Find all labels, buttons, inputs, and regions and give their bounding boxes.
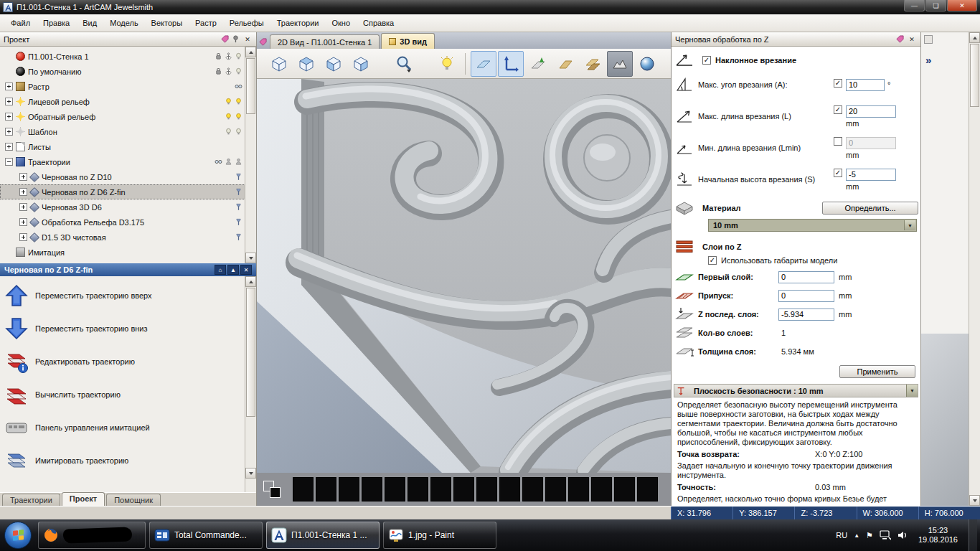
expand-icon[interactable] [5, 98, 13, 105]
material-ball-button[interactable] [634, 51, 660, 77]
edit-toolpath-button[interactable]: Редактировать траекторию [3, 345, 244, 378]
frame-thumbnail[interactable] [568, 477, 589, 501]
tree-row[interactable]: Растр [0, 79, 245, 94]
expand-icon[interactable] [19, 203, 27, 211]
tree-scrollbar[interactable] [245, 47, 256, 263]
actions-scrollbar[interactable] [245, 276, 256, 492]
pin-icon[interactable] [232, 35, 240, 43]
last-z-input[interactable] [778, 309, 834, 321]
apply-button[interactable]: Применить [839, 365, 915, 378]
define-material-button[interactable]: Определить... [822, 202, 918, 215]
tree-row[interactable]: Черновая по Z D10 [0, 169, 245, 184]
menu-help[interactable]: Справка [357, 16, 400, 30]
collapse-icon[interactable] [5, 158, 13, 166]
show-desktop-button[interactable] [969, 519, 977, 551]
zoom-tool-button[interactable] [391, 51, 417, 77]
glasses-icon[interactable] [215, 158, 222, 166]
bulb-icon[interactable] [235, 98, 242, 105]
bulb-icon[interactable] [225, 113, 232, 121]
frame-thumbnail[interactable] [316, 477, 336, 501]
frame-thumbnail[interactable] [591, 477, 612, 501]
expand-icon[interactable] [19, 173, 27, 181]
first-slice-input[interactable] [778, 271, 834, 283]
scroll-thumb[interactable] [246, 288, 255, 417]
toolpath-close-button[interactable]: ✕ [240, 265, 252, 275]
frame-thumbnail[interactable] [614, 477, 635, 501]
draw-origin-button[interactable] [498, 51, 524, 77]
toggle-zero-plane-button[interactable] [525, 51, 551, 77]
bulb-icon[interactable] [235, 128, 242, 136]
tab-2d-view[interactable]: 2D Вид - П1.001-Стенка 1 [270, 34, 380, 49]
scroll-down-icon[interactable] [969, 495, 980, 506]
max-length-input[interactable] [846, 105, 896, 118]
firefox-taskbar-button[interactable] [38, 522, 146, 549]
tree-item-label[interactable]: Лицевой рельеф [28, 98, 90, 106]
move-toolpath-up-button[interactable]: Переместить траекторию вверх [3, 279, 244, 312]
iso-view-button[interactable] [266, 51, 292, 77]
menu-file[interactable]: Файл [4, 16, 37, 30]
language-indicator[interactable]: RU [836, 531, 847, 540]
start-button[interactable] [4, 522, 32, 549]
dropdown-arrow-icon[interactable]: ▼ [904, 220, 915, 230]
tab-project[interactable]: Проект [62, 492, 105, 506]
menu-window[interactable]: Окно [326, 16, 357, 30]
tree-item-label[interactable]: Имитация [28, 248, 65, 257]
calculate-toolpath-button[interactable]: Вычислить траекторию [3, 378, 244, 411]
tree-item-label[interactable]: Траектории [28, 158, 70, 166]
menu-toolpaths[interactable]: Траектории [270, 16, 326, 30]
3d-viewport[interactable] [257, 79, 671, 473]
shaded-relief-button[interactable] [607, 51, 633, 77]
tree-row[interactable]: Обработка Рельефа D3.175 [0, 215, 245, 230]
expand-icon[interactable] [19, 233, 27, 241]
tree-item-label[interactable]: D1.5 3D чистовая [42, 233, 106, 242]
bulb-icon[interactable] [225, 98, 232, 105]
expand-icon[interactable] [19, 188, 27, 196]
tab-toolpaths[interactable]: Траектории [2, 494, 60, 506]
expand-panel-button[interactable]: » [925, 54, 931, 66]
bulb-icon[interactable] [235, 67, 242, 75]
frame-thumbnail[interactable] [430, 477, 451, 501]
scroll-up-icon[interactable] [245, 276, 256, 287]
start-height-input[interactable] [846, 169, 896, 181]
menu-vectors[interactable]: Векторы [145, 16, 189, 30]
tree-row[interactable]: П1.001-Стенка 1 [0, 49, 245, 64]
bulb-icon[interactable] [235, 52, 242, 60]
scroll-down-icon[interactable] [245, 468, 256, 479]
menu-model[interactable]: Модель [103, 16, 144, 30]
minimize-button[interactable]: — [904, 0, 925, 11]
relief-preview-button[interactable] [552, 51, 578, 77]
frame-thumbnail[interactable] [339, 477, 359, 501]
tree-item-label[interactable]: По умолчанию [28, 67, 81, 76]
tree-item-label[interactable]: Черновая по Z D10 [42, 173, 112, 182]
frame-thumbnail[interactable] [545, 477, 566, 501]
frame-thumbnail[interactable] [407, 477, 428, 501]
frame-thumbnail[interactable] [476, 477, 497, 501]
material-select[interactable]: 10 mm ▼ [708, 219, 917, 232]
max-length-checkbox[interactable] [834, 105, 842, 114]
panel-close-icon[interactable]: ✕ [907, 34, 917, 44]
frames-icon[interactable] [263, 481, 281, 498]
safe-z-header[interactable]: Плоскость безопасности : 10 mm ▼ [674, 384, 918, 397]
frame-thumbnail[interactable] [362, 477, 382, 501]
frame-thumbnail[interactable] [385, 477, 405, 501]
min-length-input[interactable] [846, 137, 896, 149]
total-commander-taskbar-button[interactable]: Total Commande... [149, 522, 263, 549]
tab-3d-view[interactable]: 3D вид [381, 33, 435, 49]
tree-row[interactable]: Шаблон [0, 124, 245, 139]
clock[interactable]: 15:23 19.08.2016 [918, 526, 958, 545]
tree-item-label[interactable]: П1.001-Стенка 1 [28, 52, 89, 61]
simulate-toolpath-button[interactable]: Имитировать траекторию [3, 444, 244, 477]
start-height-checkbox[interactable] [834, 169, 842, 177]
max-angle-checkbox[interactable] [834, 79, 842, 88]
expand-icon[interactable] [5, 128, 13, 136]
glasses-icon[interactable] [235, 83, 242, 90]
side-view-button[interactable] [321, 51, 347, 77]
scroll-up-icon[interactable] [245, 47, 256, 57]
light-toggle-button[interactable] [434, 51, 460, 77]
tree-row[interactable]: D1.5 3D чистовая [0, 230, 245, 245]
expand-icon[interactable] [5, 113, 13, 121]
frame-thumbnail[interactable] [293, 477, 314, 501]
dock-button[interactable]: ⌂ [215, 265, 226, 275]
frame-thumbnail[interactable] [637, 477, 658, 501]
tray-expand-icon[interactable]: ▲ [854, 532, 859, 539]
